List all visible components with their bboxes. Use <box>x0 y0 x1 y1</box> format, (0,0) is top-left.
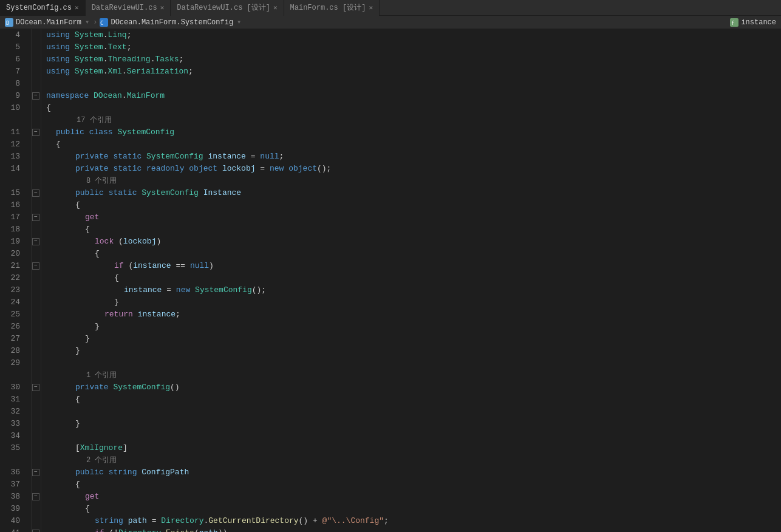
collapse-get[interactable]: − <box>32 214 39 221</box>
code-line-18: { <box>41 223 781 236</box>
ln-31: 31 <box>0 394 25 406</box>
fold-15[interactable]: − <box>32 187 41 199</box>
code-line-29 <box>41 357 781 369</box>
fold-30[interactable]: − <box>32 381 41 394</box>
brace-16: { <box>75 199 80 211</box>
sp-21c <box>185 260 190 272</box>
code-line-40: string path = Directory.GetCurrentDirect… <box>41 515 781 527</box>
kw-new-14: new <box>270 163 284 175</box>
collapse-get2[interactable]: − <box>32 493 39 500</box>
sp-14f <box>265 163 270 175</box>
fold-gutter: − − − − − − − − − − <box>32 29 41 532</box>
collapse-class[interactable]: − <box>32 129 39 136</box>
code-line-37: { <box>41 479 781 491</box>
fold-38[interactable]: − <box>32 491 41 503</box>
ln-19: 19 <box>0 236 25 248</box>
code-area: 4 5 6 7 8 9 10 11 12 13 14 15 16 17 18 1… <box>0 29 781 532</box>
code-line-27: } <box>41 333 781 345</box>
op-eq-23: = <box>166 284 171 296</box>
sp-23c <box>190 284 195 296</box>
brace-33: } <box>75 418 80 430</box>
tab-datareviewui-design[interactable]: DataReviewUI.cs [设计] ✕ <box>171 0 284 16</box>
fold-19[interactable]: − <box>32 236 41 248</box>
breadcrumb-mid-label[interactable]: DOcean.MainForm.SystemConfig <box>111 18 233 27</box>
fold-41[interactable]: − <box>32 527 41 532</box>
dot-41: . <box>161 527 166 532</box>
tab-systemconfig[interactable]: SystemConfig.cs ✕ <box>0 0 86 16</box>
code-line-38: get <box>41 491 781 503</box>
fold-26 <box>32 321 41 333</box>
ln-12: 12 <box>0 138 25 151</box>
fold-17[interactable]: − <box>32 211 41 223</box>
close-tab-systemconfig[interactable]: ✕ <box>75 4 79 12</box>
prop-path-41: path <box>199 527 218 532</box>
ln-21: 21 <box>0 260 25 272</box>
brace-18: { <box>85 223 90 236</box>
close-tab-mainform-design[interactable]: ✕ <box>369 4 373 12</box>
ns-text2: Text <box>107 41 126 53</box>
sp-13b <box>142 151 146 163</box>
sp-21 <box>124 260 129 272</box>
kw-get-17: get <box>85 211 99 223</box>
code-line-31: { <box>41 394 781 406</box>
semi-13: ; <box>279 151 284 163</box>
prop-lockobj: lockobj <box>222 163 256 175</box>
ns-xml1: System <box>75 66 103 78</box>
kw-public-11: public <box>56 126 84 138</box>
fold-10 <box>32 102 41 114</box>
collapse-namespace[interactable]: − <box>32 92 39 100</box>
close-tab-datareviewui-design[interactable]: ✕ <box>273 4 278 12</box>
prop-path: path <box>128 515 147 527</box>
code-line-16: { <box>41 199 781 211</box>
fold-9[interactable]: − <box>32 90 41 102</box>
code-editor[interactable]: using System.Linq; using System.Text; us… <box>41 29 781 532</box>
collapse-instance-prop[interactable]: − <box>32 189 39 197</box>
punct-ns1: . <box>122 90 127 102</box>
collapse-lock[interactable]: − <box>32 238 39 245</box>
type-systemconfig: SystemConfig <box>117 126 174 138</box>
punct-text1: . <box>103 41 108 53</box>
type-sc-13: SystemConfig <box>146 151 203 163</box>
sp-7 <box>70 66 75 78</box>
tab-datareviewui[interactable]: DataReviewUI.cs ✕ <box>86 0 171 16</box>
code-line-ref1: 17 个引用 <box>41 114 781 126</box>
code-line-ref3: 1 个引用 <box>41 369 781 381</box>
ln-6: 6 <box>0 53 25 66</box>
collapse-if[interactable]: − <box>32 262 39 270</box>
paren-21b: ) <box>209 260 214 272</box>
ln-29: 29 <box>0 357 25 369</box>
sp-40e <box>318 515 322 527</box>
close-tab-datareviewui[interactable]: ✕ <box>160 4 165 12</box>
sp-11 <box>84 126 89 138</box>
kw-using-5: using <box>46 41 70 53</box>
collapse-ctor[interactable]: − <box>32 384 39 391</box>
fold-21[interactable]: − <box>32 260 41 272</box>
ref-hint-2: 2 个引用 <box>86 454 117 466</box>
paren-41a: (! <box>109 527 118 532</box>
svg-text:f: f <box>731 20 734 26</box>
breadcrumb-left-label[interactable]: DOcean.MainForm <box>16 18 81 27</box>
sp-36a <box>104 466 109 479</box>
code-line-34 <box>41 430 781 442</box>
breadcrumb-sep1: ▾ <box>85 18 89 27</box>
tab-label-systemconfig: SystemConfig.cs <box>6 4 72 12</box>
op-eq-40: = <box>152 515 157 527</box>
collapse-configpath[interactable]: − <box>32 469 39 476</box>
fold-34 <box>32 430 41 442</box>
fold-11[interactable]: − <box>32 126 41 138</box>
sp-41 <box>104 527 109 532</box>
tab-mainform-design[interactable]: MainForm.cs [设计] ✕ <box>284 0 380 16</box>
code-line-5: using System.Text; <box>41 41 781 53</box>
brace-27: } <box>85 333 90 345</box>
tab-label-datareviewui-design: DataReviewUI.cs [设计] <box>177 2 270 13</box>
sp-23a <box>162 284 166 296</box>
collapse-if2[interactable]: − <box>32 530 39 532</box>
fold-36[interactable]: − <box>32 466 41 479</box>
breadcrumb-right-label[interactable]: instance <box>741 18 776 27</box>
punct-linq1: . <box>103 29 108 41</box>
ln-7: 7 <box>0 66 25 78</box>
docean-icon: D <box>5 18 13 27</box>
ln-24: 24 <box>0 296 25 309</box>
ln-23: 23 <box>0 284 25 296</box>
fold-20 <box>32 248 41 260</box>
